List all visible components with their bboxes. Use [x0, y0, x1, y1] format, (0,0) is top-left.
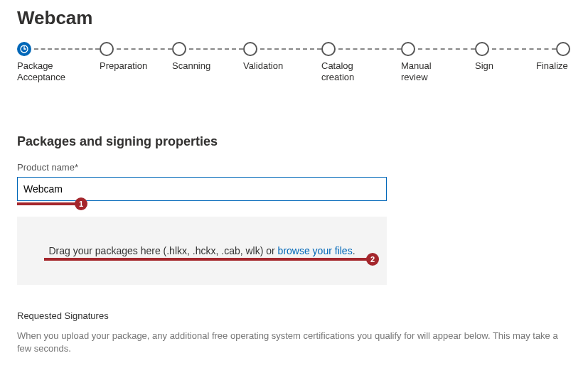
product-name-label: Product name* [17, 162, 571, 173]
step-label: PackageAcceptance [17, 60, 65, 84]
clock-icon [17, 42, 31, 56]
requested-signatures-title: Requested Signatures [17, 310, 571, 321]
step-finalize[interactable]: Finalize [556, 42, 570, 72]
callout-badge-2: 2 [366, 253, 379, 266]
step-label: Scanning [172, 60, 210, 72]
circle-icon [401, 42, 415, 56]
stepper-connector [492, 48, 556, 50]
product-name-input[interactable] [17, 177, 387, 201]
browse-files-link[interactable]: browse your files [278, 245, 353, 256]
dropzone-suffix: . [353, 245, 356, 256]
step-validation[interactable]: Validation [243, 42, 283, 72]
circle-icon [475, 42, 489, 56]
step-catalog-creation[interactable]: Catalogcreation [321, 42, 354, 84]
circle-icon [100, 42, 114, 56]
package-dropzone[interactable]: Drag your packages here (.hlkx, .hckx, .… [17, 217, 387, 285]
callout-underline [17, 202, 81, 205]
callout-underline [44, 258, 373, 261]
circle-icon [172, 42, 186, 56]
step-label: Catalogcreation [321, 60, 354, 84]
step-manual-review[interactable]: Manualreview [401, 42, 432, 84]
step-label: Manualreview [401, 60, 432, 84]
step-sign[interactable]: Sign [475, 42, 493, 72]
page-title: Webcam [17, 7, 571, 29]
progress-stepper: PackageAcceptance Preparation Scanning V… [17, 42, 572, 99]
callout-badge-1: 1 [75, 197, 87, 210]
section-title: Packages and signing properties [17, 134, 571, 149]
step-label: Sign [475, 60, 493, 72]
step-package-acceptance[interactable]: PackageAcceptance [17, 42, 65, 84]
step-label: Finalize [536, 60, 570, 72]
step-preparation[interactable]: Preparation [100, 42, 147, 72]
circle-icon [321, 42, 336, 56]
step-label: Validation [243, 60, 283, 72]
step-label: Preparation [100, 60, 147, 72]
circle-icon [243, 42, 257, 56]
step-scanning[interactable]: Scanning [172, 42, 210, 72]
dropzone-prefix: Drag your packages here (.hlkx, .hckx, .… [48, 245, 277, 256]
dropzone-text: Drag your packages here (.hlkx, .hckx, .… [48, 245, 355, 256]
circle-icon [556, 42, 570, 56]
requested-signatures-description: When you upload your package, any additi… [17, 330, 571, 354]
